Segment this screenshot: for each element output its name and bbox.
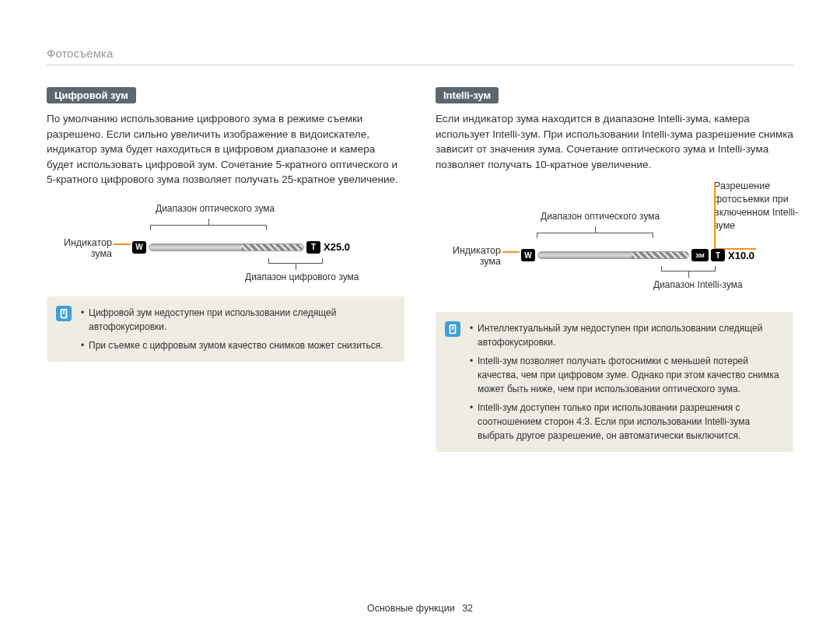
two-column-layout: Цифровой зум По умолчанию использование …	[47, 87, 793, 452]
left-note-list: Цифровой зум недоступен при использовани…	[81, 306, 392, 352]
left-note-item: При съемке с цифровым зумом качество сни…	[81, 338, 392, 352]
zoom-track-right	[537, 251, 689, 259]
res-connector-v	[714, 184, 716, 250]
right-column: Intelli-зум Если индикатор зума находитс…	[436, 87, 793, 452]
zoom-value-left: X25.0	[324, 241, 350, 253]
zoom-bar-right: W 3M T X10.0	[521, 250, 754, 261]
right-note-item: Intelli-зум доступен только при использо…	[470, 401, 781, 443]
resolution-icon: 3M	[691, 249, 709, 261]
left-note-item: Цифровой зум недоступен при использовани…	[81, 306, 392, 334]
digital-zoom-diagram: Диапазон оптического зума Индикатор зума…	[47, 203, 404, 289]
w-icon: W	[521, 249, 535, 261]
optical-tick-right	[595, 226, 596, 233]
optical-bracket	[150, 225, 267, 229]
intelli-fill	[632, 252, 688, 258]
footer-section: Основные функции	[367, 603, 455, 614]
indicator-connector-right	[502, 251, 520, 253]
optical-range-label-right: Диапазон оптического зума	[541, 211, 660, 222]
right-note-item: Интеллектуальный зум недоступен при испо…	[470, 321, 781, 349]
zoom-bar: W T X25.0	[132, 242, 350, 253]
t-icon: T	[711, 249, 725, 261]
digital-zoom-heading: Цифровой зум	[47, 87, 136, 103]
optical-fill-right	[538, 252, 632, 258]
intelli-tick	[688, 271, 689, 278]
intelli-zoom-diagram: Разрешение фотосъемки при включенном Int…	[436, 187, 793, 304]
digital-zoom-body: По умолчанию использование цифрового зум…	[47, 111, 404, 187]
intelli-zoom-body: Если индикатор зума находится в диапазон…	[436, 111, 793, 172]
digital-tick	[296, 264, 296, 270]
indicator-label-left: Индикатор зума	[47, 237, 112, 259]
optical-bracket-right	[537, 233, 653, 237]
optical-range-label: Диапазон оптического зума	[156, 203, 275, 214]
t-icon: T	[306, 241, 320, 254]
digital-fill	[242, 244, 303, 250]
left-note-box: Цифровой зум недоступен при использовани…	[47, 296, 404, 362]
w-icon: W	[132, 241, 146, 254]
left-column: Цифровой зум По умолчанию использование …	[47, 87, 404, 452]
optical-fill	[149, 244, 242, 250]
note-icon	[445, 321, 460, 337]
zoom-value-right: X10.0	[728, 250, 754, 261]
page-footer: Основные функции 32	[0, 603, 840, 614]
indicator-connector	[114, 243, 131, 245]
right-note-list: Интеллектуальный зум недоступен при испо…	[470, 321, 781, 443]
indicator-label-right: Индикатор зума	[436, 245, 501, 267]
intelli-range-label: Диапазон Intelli-зума	[653, 279, 743, 290]
optical-tick	[208, 219, 209, 225]
section-title: Фотосъемка	[47, 47, 793, 65]
right-note-box: Интеллектуальный зум недоступен при испо…	[436, 312, 793, 452]
digital-range-label: Диапазон цифрового зума	[245, 271, 359, 282]
resolution-label: Разрешение фотосъемки при включенном Int…	[714, 180, 800, 233]
intelli-zoom-heading: Intelli-зум	[436, 87, 499, 103]
page-number: 32	[462, 603, 473, 614]
zoom-track	[149, 243, 304, 251]
note-icon	[56, 306, 72, 321]
right-note-item: Intelli-зум позволяет получать фотоснимк…	[470, 354, 781, 396]
